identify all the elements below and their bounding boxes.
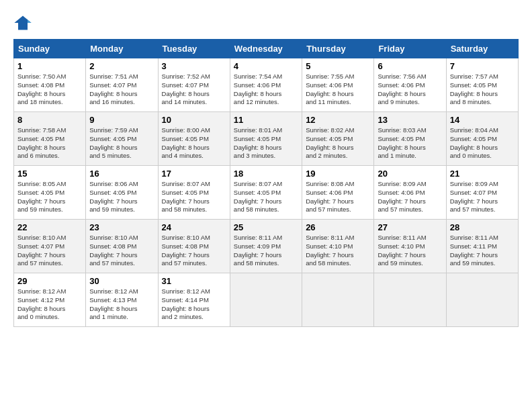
day-info: Sunrise: 7:54 AM Sunset: 4:06 PM Dayligh… <box>234 73 298 107</box>
calendar-day-cell: 31Sunrise: 8:12 AM Sunset: 4:14 PM Dayli… <box>158 273 230 327</box>
day-number: 25 <box>234 222 298 232</box>
day-number: 2 <box>89 61 154 71</box>
calendar-day-cell: 11Sunrise: 8:01 AM Sunset: 4:05 PM Dayli… <box>230 112 302 166</box>
day-info: Sunrise: 8:12 AM Sunset: 4:14 PM Dayligh… <box>162 287 226 322</box>
calendar-day-cell: 28Sunrise: 8:11 AM Sunset: 4:11 PM Dayli… <box>446 220 518 273</box>
day-info: Sunrise: 7:58 AM Sunset: 4:05 PM Dayligh… <box>17 126 82 161</box>
day-number: 30 <box>89 276 154 286</box>
calendar-day-cell: 30Sunrise: 8:12 AM Sunset: 4:13 PM Dayli… <box>86 273 158 327</box>
calendar-day-cell: 17Sunrise: 8:07 AM Sunset: 4:05 PM Dayli… <box>158 166 230 220</box>
calendar-weekday-monday: Monday <box>86 40 158 58</box>
day-number: 8 <box>17 115 82 125</box>
calendar: SundayMondayTuesdayWednesdayThursdayFrid… <box>13 39 519 327</box>
day-info: Sunrise: 8:07 AM Sunset: 4:05 PM Dayligh… <box>162 180 226 214</box>
calendar-day-cell: 21Sunrise: 8:09 AM Sunset: 4:07 PM Dayli… <box>446 166 518 220</box>
calendar-day-cell: 12Sunrise: 8:02 AM Sunset: 4:05 PM Dayli… <box>302 112 374 166</box>
day-number: 27 <box>378 222 442 232</box>
logo <box>13 13 35 32</box>
day-number: 20 <box>378 169 442 179</box>
calendar-day-cell: 4Sunrise: 7:54 AM Sunset: 4:06 PM Daylig… <box>230 58 302 112</box>
logo-icon <box>13 13 32 32</box>
day-number: 31 <box>162 276 226 286</box>
calendar-day-cell: 10Sunrise: 8:00 AM Sunset: 4:05 PM Dayli… <box>158 112 230 166</box>
day-number: 5 <box>306 61 370 71</box>
day-number: 22 <box>17 222 82 232</box>
day-info: Sunrise: 8:11 AM Sunset: 4:09 PM Dayligh… <box>234 234 298 268</box>
day-info: Sunrise: 8:11 AM Sunset: 4:11 PM Dayligh… <box>450 234 515 268</box>
page-header <box>13 13 519 32</box>
calendar-day-cell <box>374 273 446 327</box>
calendar-day-cell: 24Sunrise: 8:10 AM Sunset: 4:08 PM Dayli… <box>158 220 230 273</box>
calendar-weekday-saturday: Saturday <box>446 40 518 58</box>
day-info: Sunrise: 8:06 AM Sunset: 4:05 PM Dayligh… <box>89 180 154 214</box>
day-number: 26 <box>306 222 370 232</box>
calendar-day-cell: 29Sunrise: 8:12 AM Sunset: 4:12 PM Dayli… <box>14 273 86 327</box>
calendar-day-cell <box>302 273 374 327</box>
calendar-week-row: 15Sunrise: 8:05 AM Sunset: 4:05 PM Dayli… <box>14 166 519 220</box>
calendar-day-cell: 20Sunrise: 8:09 AM Sunset: 4:06 PM Dayli… <box>374 166 446 220</box>
day-number: 23 <box>89 222 154 232</box>
calendar-weekday-sunday: Sunday <box>14 40 86 58</box>
day-info: Sunrise: 8:09 AM Sunset: 4:06 PM Dayligh… <box>378 180 442 214</box>
calendar-week-row: 29Sunrise: 8:12 AM Sunset: 4:12 PM Dayli… <box>14 273 519 327</box>
calendar-day-cell: 27Sunrise: 8:11 AM Sunset: 4:10 PM Dayli… <box>374 220 446 273</box>
day-number: 15 <box>17 169 82 179</box>
calendar-day-cell: 6Sunrise: 7:56 AM Sunset: 4:06 PM Daylig… <box>374 58 446 112</box>
day-number: 4 <box>234 61 298 71</box>
day-number: 10 <box>162 115 226 125</box>
day-info: Sunrise: 8:12 AM Sunset: 4:12 PM Dayligh… <box>17 287 82 322</box>
calendar-day-cell: 7Sunrise: 7:57 AM Sunset: 4:05 PM Daylig… <box>446 58 518 112</box>
calendar-day-cell: 1Sunrise: 7:50 AM Sunset: 4:08 PM Daylig… <box>14 58 86 112</box>
calendar-day-cell: 16Sunrise: 8:06 AM Sunset: 4:05 PM Dayli… <box>86 166 158 220</box>
day-number: 16 <box>89 169 154 179</box>
calendar-day-cell: 19Sunrise: 8:08 AM Sunset: 4:06 PM Dayli… <box>302 166 374 220</box>
day-number: 28 <box>450 222 515 232</box>
calendar-day-cell: 23Sunrise: 8:10 AM Sunset: 4:08 PM Dayli… <box>86 220 158 273</box>
day-info: Sunrise: 8:03 AM Sunset: 4:05 PM Dayligh… <box>378 126 442 161</box>
day-info: Sunrise: 7:59 AM Sunset: 4:05 PM Dayligh… <box>89 126 154 161</box>
day-info: Sunrise: 8:10 AM Sunset: 4:08 PM Dayligh… <box>89 234 154 268</box>
calendar-day-cell <box>446 273 518 327</box>
day-info: Sunrise: 7:56 AM Sunset: 4:06 PM Dayligh… <box>378 73 442 107</box>
day-number: 9 <box>89 115 154 125</box>
calendar-week-row: 22Sunrise: 8:10 AM Sunset: 4:07 PM Dayli… <box>14 220 519 273</box>
day-info: Sunrise: 8:11 AM Sunset: 4:10 PM Dayligh… <box>378 234 442 268</box>
calendar-day-cell: 5Sunrise: 7:55 AM Sunset: 4:06 PM Daylig… <box>302 58 374 112</box>
calendar-day-cell: 18Sunrise: 8:07 AM Sunset: 4:05 PM Dayli… <box>230 166 302 220</box>
day-info: Sunrise: 8:04 AM Sunset: 4:05 PM Dayligh… <box>450 126 515 161</box>
calendar-week-row: 8Sunrise: 7:58 AM Sunset: 4:05 PM Daylig… <box>14 112 519 166</box>
day-info: Sunrise: 7:55 AM Sunset: 4:06 PM Dayligh… <box>306 73 370 107</box>
calendar-header-row: SundayMondayTuesdayWednesdayThursdayFrid… <box>14 40 519 58</box>
day-info: Sunrise: 7:51 AM Sunset: 4:07 PM Dayligh… <box>89 73 154 107</box>
day-number: 21 <box>450 169 515 179</box>
day-number: 14 <box>450 115 515 125</box>
day-info: Sunrise: 7:50 AM Sunset: 4:08 PM Dayligh… <box>17 73 82 107</box>
day-info: Sunrise: 8:07 AM Sunset: 4:05 PM Dayligh… <box>234 180 298 214</box>
day-number: 3 <box>162 61 226 71</box>
calendar-day-cell: 2Sunrise: 7:51 AM Sunset: 4:07 PM Daylig… <box>86 58 158 112</box>
day-info: Sunrise: 8:11 AM Sunset: 4:10 PM Dayligh… <box>306 234 370 268</box>
day-info: Sunrise: 7:57 AM Sunset: 4:05 PM Dayligh… <box>450 73 515 107</box>
day-number: 17 <box>162 169 226 179</box>
calendar-day-cell: 15Sunrise: 8:05 AM Sunset: 4:05 PM Dayli… <box>14 166 86 220</box>
day-number: 6 <box>378 61 442 71</box>
day-info: Sunrise: 8:09 AM Sunset: 4:07 PM Dayligh… <box>450 180 515 214</box>
calendar-day-cell: 22Sunrise: 8:10 AM Sunset: 4:07 PM Dayli… <box>14 220 86 273</box>
day-number: 1 <box>17 61 82 71</box>
calendar-weekday-friday: Friday <box>374 40 446 58</box>
day-number: 19 <box>306 169 370 179</box>
day-info: Sunrise: 8:10 AM Sunset: 4:08 PM Dayligh… <box>162 234 226 268</box>
calendar-day-cell: 25Sunrise: 8:11 AM Sunset: 4:09 PM Dayli… <box>230 220 302 273</box>
calendar-day-cell: 3Sunrise: 7:52 AM Sunset: 4:07 PM Daylig… <box>158 58 230 112</box>
day-info: Sunrise: 8:02 AM Sunset: 4:05 PM Dayligh… <box>306 126 370 161</box>
calendar-weekday-wednesday: Wednesday <box>230 40 302 58</box>
calendar-day-cell: 14Sunrise: 8:04 AM Sunset: 4:05 PM Dayli… <box>446 112 518 166</box>
calendar-weekday-thursday: Thursday <box>302 40 374 58</box>
calendar-day-cell: 8Sunrise: 7:58 AM Sunset: 4:05 PM Daylig… <box>14 112 86 166</box>
calendar-day-cell: 9Sunrise: 7:59 AM Sunset: 4:05 PM Daylig… <box>86 112 158 166</box>
day-number: 24 <box>162 222 226 232</box>
calendar-week-row: 1Sunrise: 7:50 AM Sunset: 4:08 PM Daylig… <box>14 58 519 112</box>
day-number: 11 <box>234 115 298 125</box>
day-info: Sunrise: 8:00 AM Sunset: 4:05 PM Dayligh… <box>162 126 226 161</box>
day-info: Sunrise: 8:12 AM Sunset: 4:13 PM Dayligh… <box>89 287 154 322</box>
